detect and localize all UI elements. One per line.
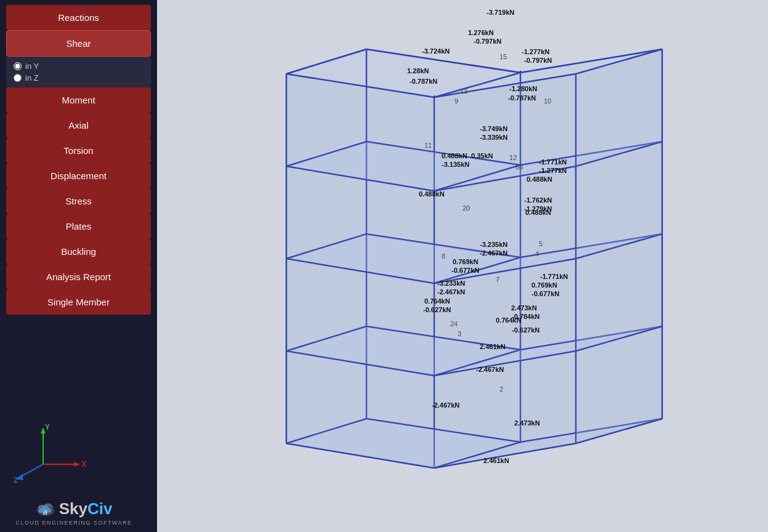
svg-text:2.461kN: 2.461kN: [483, 457, 509, 464]
skyciv-logo-icon: [36, 499, 55, 518]
svg-text:3: 3: [458, 330, 461, 337]
svg-marker-10: [74, 462, 80, 467]
sidebar-btn-torsion[interactable]: Torsion: [6, 138, 151, 163]
z-axis-label: Z: [14, 476, 18, 483]
svg-text:10: 10: [544, 97, 551, 105]
svg-text:-3.339kN: -3.339kN: [480, 134, 507, 141]
svg-text:0.769kN: 0.769kN: [453, 258, 479, 265]
svg-text:-0.627kN: -0.627kN: [512, 326, 540, 334]
svg-text:11: 11: [424, 142, 432, 149]
svg-text:-1.762kN: -1.762kN: [524, 196, 552, 204]
y-axis-label: Y: [45, 423, 50, 432]
svg-text:-2.467kN: -2.467kN: [480, 249, 507, 257]
svg-text:-2.467kN: -2.467kN: [437, 288, 465, 296]
x-axis-label: X: [81, 460, 86, 469]
svg-text:0.769kN: 0.769kN: [532, 281, 557, 289]
sidebar: ReactionsShearin Yin ZMomentAxialTorsion…: [0, 0, 157, 532]
radio-label-in-y[interactable]: in Y: [14, 62, 143, 71]
svg-text:1.28kN: 1.28kN: [407, 67, 429, 75]
svg-text:0.488kN: 0.488kN: [419, 190, 445, 198]
svg-text:2.461kN: 2.461kN: [480, 343, 506, 350]
radio-label-in-z[interactable]: in Z: [14, 73, 143, 83]
svg-text:-3.233kN: -3.233kN: [437, 280, 465, 287]
svg-text:5: 5: [539, 240, 543, 248]
logo-area: SkyCiv CLOUD ENGINEERING SOFTWARE: [6, 499, 142, 526]
svg-text:-3.719kN: -3.719kN: [487, 9, 514, 16]
svg-text:-0.627kN: -0.627kN: [423, 306, 451, 313]
svg-text:15: 15: [499, 53, 507, 60]
radio-input-in-z[interactable]: [14, 74, 22, 82]
svg-text:-2.467kN: -2.467kN: [432, 401, 459, 409]
svg-text:20: 20: [463, 204, 470, 212]
svg-text:0.488kN: 0.488kN: [527, 175, 552, 183]
svg-text:7: 7: [496, 276, 499, 283]
svg-text:-3.724kN: -3.724kN: [422, 47, 450, 55]
svg-text:12: 12: [509, 154, 517, 161]
svg-text:-1.277kN: -1.277kN: [522, 48, 549, 55]
svg-text:1.276kN: 1.276kN: [468, 29, 494, 36]
svg-text:-2.467kN: -2.467kN: [476, 366, 504, 373]
svg-text:9: 9: [455, 97, 458, 105]
svg-rect-4: [43, 512, 44, 515]
svg-text:2.473kN: 2.473kN: [511, 304, 537, 312]
svg-text:8: 8: [442, 252, 445, 260]
svg-text:4: 4: [535, 250, 539, 257]
svg-rect-5: [46, 511, 47, 515]
svg-text:-3.749kN: -3.749kN: [480, 125, 507, 132]
radio-input-in-y[interactable]: [14, 62, 22, 70]
svg-text:0.488kN: 0.488kN: [442, 152, 467, 159]
svg-text:-0.787kN: -0.787kN: [508, 94, 536, 102]
radio-text-in-y: in Y: [25, 62, 39, 71]
sidebar-btn-moment[interactable]: Moment: [6, 87, 151, 113]
sidebar-btn-axial[interactable]: Axial: [6, 113, 151, 138]
svg-text:0.764kN: 0.764kN: [496, 316, 522, 324]
svg-text:0.488kN: 0.488kN: [525, 209, 551, 216]
svg-text:-0.677kN: -0.677kN: [532, 290, 559, 297]
svg-text:-1.771kN: -1.771kN: [539, 158, 567, 166]
sidebar-btn-analysis-report[interactable]: Analysis Report: [6, 264, 151, 289]
shear-radio-group: in Yin Z: [6, 57, 151, 87]
svg-text:-0.797kN: -0.797kN: [474, 38, 501, 45]
radio-text-in-z: in Z: [25, 73, 39, 83]
sidebar-btn-single-member[interactable]: Single Member: [6, 289, 151, 315]
svg-text:-1.280kN: -1.280kN: [509, 85, 537, 92]
structure-svg: .panel { fill: rgba(160,180,220,0.35); s…: [157, 0, 768, 532]
sidebar-btn-displacement[interactable]: Displacement: [6, 163, 151, 188]
svg-text:-1.277kN: -1.277kN: [539, 167, 567, 174]
sidebar-btn-plates[interactable]: Plates: [6, 214, 151, 239]
svg-text:-1.771kN: -1.771kN: [540, 273, 568, 280]
svg-text:0.764kN: 0.764kN: [424, 297, 450, 305]
svg-rect-6: [44, 510, 46, 515]
main-canvas: .panel { fill: rgba(160,180,220,0.35); s…: [157, 0, 768, 532]
sidebar-buttons: ReactionsShearin Yin ZMomentAxialTorsion…: [6, 5, 151, 315]
svg-text:0.35kN: 0.35kN: [471, 152, 493, 159]
sidebar-btn-shear[interactable]: Shear: [6, 30, 151, 57]
svg-text:24: 24: [450, 320, 458, 328]
svg-text:-3.135kN: -3.135kN: [442, 161, 469, 168]
svg-text:-0.677kN: -0.677kN: [451, 267, 479, 274]
axes-svg: Y X Z: [12, 421, 92, 483]
svg-text:2: 2: [499, 385, 503, 393]
svg-text:88: 88: [515, 163, 523, 171]
sidebar-btn-reactions[interactable]: Reactions: [6, 5, 151, 30]
svg-text:13: 13: [460, 87, 467, 95]
sidebar-btn-stress[interactable]: Stress: [6, 188, 151, 214]
svg-text:-0.787kN: -0.787kN: [410, 78, 437, 85]
sidebar-btn-buckling[interactable]: Buckling: [6, 239, 151, 264]
logo-subtitle: CLOUD ENGINEERING SOFTWARE: [15, 520, 132, 526]
logo-text: SkyCiv: [36, 499, 113, 518]
axes-area: Y X Z: [12, 421, 92, 483]
logo-name: SkyCiv: [59, 499, 113, 518]
svg-text:2.473kN: 2.473kN: [514, 419, 540, 427]
svg-text:-3.235kN: -3.235kN: [480, 241, 507, 248]
svg-text:-0.797kN: -0.797kN: [524, 57, 552, 64]
